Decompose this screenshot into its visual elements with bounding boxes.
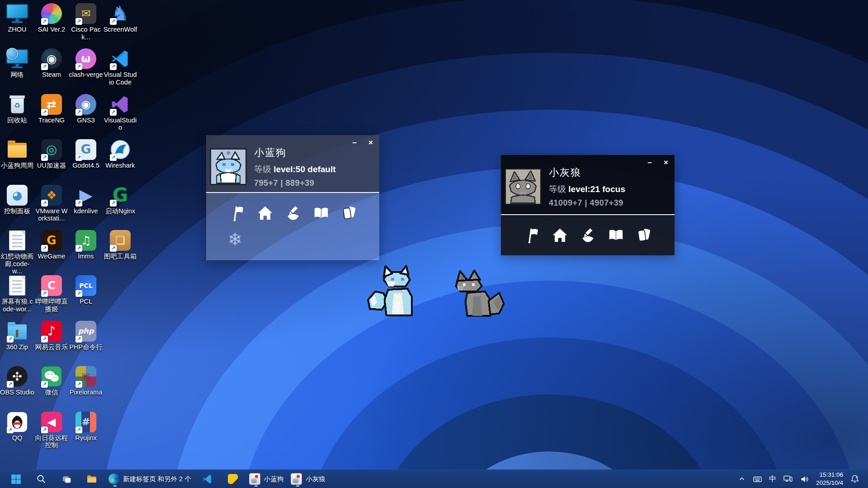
desktop-icon-wireshark[interactable]: ↗Wireshark xyxy=(103,139,137,169)
taskbar-task-view-button[interactable] xyxy=(54,471,79,487)
shortcut-arrow-badge: ↗ xyxy=(41,18,48,25)
shortcut-arrow-badge: ↗ xyxy=(7,427,14,433)
desktop-icon-folder-blue-dog[interactable]: 小蓝狗周周 xyxy=(0,139,34,169)
note-icon xyxy=(227,474,238,485)
desktop-icon-tuba-toolbox[interactable]: ❏↗图吧工具箱 xyxy=(103,230,137,260)
pet-stats: 41009+7 | 4907+39 xyxy=(549,198,643,208)
touch-keyboard-icon[interactable] xyxy=(750,471,765,487)
desktop-icon-visualstudio[interactable]: ↗VisualStudio xyxy=(103,94,137,131)
running-indicator xyxy=(296,485,299,487)
desktop-icon-godot[interactable]: G↗Godot4.5 xyxy=(69,139,103,169)
home-button[interactable] xyxy=(552,227,568,244)
desktop-icon-network[interactable]: 网络 xyxy=(0,48,34,79)
desktop-icon-gns3[interactable]: ◉↗GNS3 xyxy=(69,94,103,124)
shortcut-arrow-badge: ↗ xyxy=(41,245,48,252)
volume-icon[interactable] xyxy=(797,471,812,487)
desktop-icon-qq[interactable]: ↗QQ xyxy=(0,411,34,442)
shortcut-arrow-badge: ↗ xyxy=(75,18,82,25)
grey-wolf-sprite[interactable] xyxy=(452,270,507,318)
level-label: 等级 xyxy=(254,164,271,174)
desktop-icon-lmms[interactable]: ♫↗lmms xyxy=(69,230,103,260)
desktop-icon-clash-verge[interactable]: ω↗clash-verge xyxy=(69,48,103,79)
pet-toolbar xyxy=(229,205,358,221)
book-button[interactable] xyxy=(608,227,624,244)
desktop-icon-bili-live[interactable]: C↗哔哩哔哩直播姬 xyxy=(34,275,69,313)
desktop-icon-label: Steam xyxy=(34,71,69,79)
home-button[interactable] xyxy=(257,205,274,221)
desktop-icon-php-cli[interactable]: php↗PHP命令行 xyxy=(69,320,103,351)
minimize-button[interactable]: – xyxy=(353,138,357,148)
clock[interactable]: 15:31:06 2025/10/4 xyxy=(813,471,846,487)
desktop-icon-zhou[interactable]: ZHOU xyxy=(0,3,34,33)
shortcut-arrow-badge: ↗ xyxy=(41,154,48,161)
flag-button[interactable] xyxy=(524,227,540,244)
system-tray: 中 15:31:06 2025/10/4 xyxy=(735,471,864,487)
desktop-icon-label: lmms xyxy=(69,253,103,260)
cards-button[interactable] xyxy=(341,205,358,221)
desktop-icon-sai[interactable]: ↗SAI Ver.2 xyxy=(34,3,69,33)
level-value: level:21 focus xyxy=(568,184,625,194)
desktop-icon-wegame[interactable]: G↗WeGame xyxy=(34,230,69,260)
cards-button[interactable] xyxy=(636,227,652,244)
shortcut-arrow-badge: ↗ xyxy=(41,290,48,297)
blue-dog-sprite[interactable] xyxy=(366,265,430,318)
tray-chevron-up-icon[interactable] xyxy=(735,471,749,487)
shortcut-arrow-badge: ↗ xyxy=(41,336,48,343)
desktop-icon-recycle-bin[interactable]: ♻回收站 xyxy=(0,94,34,124)
desktop-icon-doc-wolf[interactable]: 屏幕有狼.code-wor... xyxy=(0,275,34,313)
desktop-icon-kdenlive[interactable]: ▶↗kdenlive xyxy=(69,184,103,215)
shortcut-arrow-badge: ↗ xyxy=(75,427,82,433)
cast-display-icon[interactable] xyxy=(780,471,796,487)
taskview-icon xyxy=(61,474,72,485)
minimize-button[interactable]: – xyxy=(648,158,652,168)
desktop-icon-doc-gallery[interactable]: 幻想动物画廊.code-w... xyxy=(0,230,34,275)
desktop-icon-screenwolf[interactable]: ♞↗ScreenWolf xyxy=(103,3,137,33)
pet-widget-blue-dog: ❅ xyxy=(206,135,379,260)
desktop-icon-ryujinx[interactable]: #↗Ryujinx xyxy=(69,411,103,442)
desktop-icon-nginx[interactable]: G↗启动Nginx xyxy=(103,184,137,215)
desktop-icon-label: Wireshark xyxy=(103,162,137,169)
desktop-icon-sunflower-remote[interactable]: ◀↗向日葵远程控制 xyxy=(34,411,69,449)
close-button[interactable]: × xyxy=(664,158,668,168)
taskbar-edge-button[interactable]: 新建标签页 和另外 2 个 xyxy=(105,471,194,487)
desktop-icon-cisco-packet-tracer[interactable]: ✉↗Cisco Pack... xyxy=(69,3,103,41)
pet-widget-body: ❄ xyxy=(206,192,379,260)
write-button[interactable] xyxy=(580,227,596,244)
ime-indicator[interactable]: 中 xyxy=(766,471,779,487)
desktop-icon-label: Godot4.5 xyxy=(69,162,103,169)
pet-widget-header: ❅ xyxy=(206,135,379,192)
taskbar-pet-grey-wolf-button[interactable]: 小灰狼 xyxy=(288,471,329,487)
desktop-icon-wechat[interactable]: ↗微信 xyxy=(34,366,69,396)
taskbar-vscode-button[interactable] xyxy=(195,471,220,487)
desktop-icon-pcl[interactable]: PCL↗PCL xyxy=(69,275,103,305)
taskbar-pet-blue-dog-button[interactable]: 小蓝狗 xyxy=(246,471,287,487)
desktop-icon-uu-booster[interactable]: ◎↗UU加速器 xyxy=(34,139,69,169)
taskbar-start-button[interactable] xyxy=(4,471,28,487)
desktop-icon-pixelorama[interactable]: ▣↗Pixelorama xyxy=(69,366,103,396)
desktop-icon-360zip[interactable]: ❚↗360 Zip xyxy=(0,320,34,351)
desktop-icon-traceng[interactable]: ⇄↗TraceNG xyxy=(34,94,69,124)
desktop-icon-label: OBS Studio xyxy=(0,389,34,396)
flag-button[interactable] xyxy=(229,205,245,221)
taskbar: 新建标签页 和另外 2 个小蓝狗小灰狼 中 xyxy=(0,469,868,488)
shortcut-arrow-badge: ↗ xyxy=(110,245,117,252)
close-button[interactable]: × xyxy=(368,138,373,148)
notification-bell-dnd-icon[interactable]: z xyxy=(847,471,863,487)
desktop-icon-label: GNS3 xyxy=(69,117,103,124)
desktop-icon-vmware[interactable]: ❖↗VMware Workstati... xyxy=(34,184,69,222)
desktop-icon-vscode[interactable]: ↗Visual Studio Code xyxy=(103,48,137,86)
book-button[interactable] xyxy=(313,205,330,221)
taskbar-search-button[interactable] xyxy=(29,471,53,487)
desktop-icon-control-panel[interactable]: ◕控制面板 xyxy=(0,184,34,215)
desktop-icon-label: kdenlive xyxy=(69,207,103,215)
shortcut-arrow-badge: ↗ xyxy=(110,200,117,206)
taskbar-notes-button[interactable] xyxy=(221,471,245,487)
desktop-icon-steam[interactable]: ◉↗Steam xyxy=(34,48,69,79)
taskbar-file-explorer-button[interactable] xyxy=(80,471,104,487)
desktop-icon-obs-studio[interactable]: ✣↗OBS Studio xyxy=(0,366,34,396)
desktop-icon-label: 控制面板 xyxy=(0,207,34,215)
write-button[interactable] xyxy=(285,205,302,221)
desktop-icon-netease-music[interactable]: ♪↗网易云音乐 xyxy=(34,320,69,351)
shortcut-arrow-badge: ↗ xyxy=(41,381,48,388)
java-icon xyxy=(249,474,260,485)
